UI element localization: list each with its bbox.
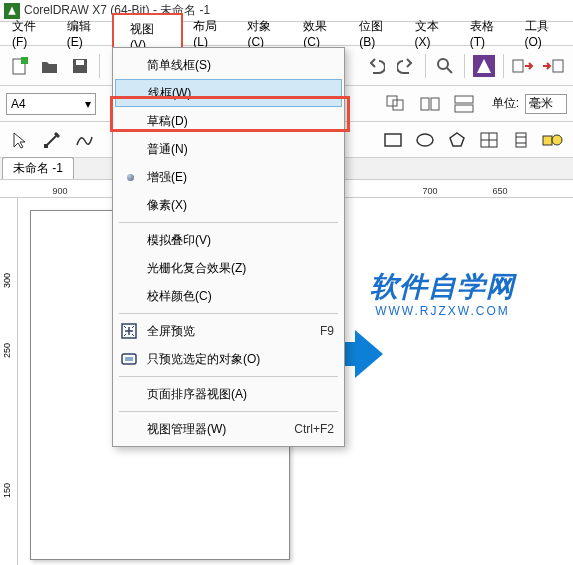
watermark-cn: 软件自学网 <box>370 268 515 306</box>
view-menu-dropdown: 简单线框(S) 线框(W) 草稿(D) 普通(N) 增强(E) 像素(X) 模拟… <box>112 47 345 447</box>
save-button[interactable] <box>66 52 94 80</box>
watermark: 软件自学网 WWW.RJZXW.COM <box>370 268 515 318</box>
menu-file[interactable]: 文件(F) <box>2 15 57 52</box>
svg-rect-9 <box>387 96 397 106</box>
freehand-tool[interactable] <box>70 127 98 153</box>
document-tab[interactable]: 未命名 -1 <box>2 157 74 179</box>
search-button[interactable] <box>431 52 459 80</box>
shortcut-label: F9 <box>320 324 334 338</box>
menu-text[interactable]: 文本(X) <box>405 15 460 52</box>
layout-btn-3[interactable] <box>450 91 478 117</box>
svg-rect-1 <box>21 57 28 64</box>
menu-preview-selected[interactable]: 只预览选定的对象(O) <box>113 345 344 373</box>
svg-rect-12 <box>431 98 439 110</box>
new-button[interactable] <box>6 52 34 80</box>
menu-tools[interactable]: 工具(O) <box>515 15 571 52</box>
dropdown-icon: ▾ <box>85 97 91 111</box>
vertical-ruler: 300 250 150 <box>0 198 18 565</box>
menu-simulate-overprint[interactable]: 模拟叠印(V) <box>113 226 344 254</box>
svg-point-25 <box>552 135 562 145</box>
rectangle-tool[interactable] <box>379 127 407 153</box>
menu-proof-colors[interactable]: 校样颜色(C) <box>113 282 344 310</box>
snap-button-1[interactable] <box>509 52 537 80</box>
svg-point-17 <box>417 134 433 146</box>
svg-rect-21 <box>516 133 526 147</box>
blue-arrow-shape <box>355 330 383 378</box>
menu-edit[interactable]: 编辑(E) <box>57 15 112 52</box>
layout-btn-1[interactable] <box>382 91 410 117</box>
menu-normal[interactable]: 普通(N) <box>113 135 344 163</box>
pick-tool[interactable] <box>6 127 34 153</box>
paper-size-value: A4 <box>11 97 26 111</box>
fullscreen-icon <box>119 321 139 341</box>
menu-page-sorter[interactable]: 页面排序器视图(A) <box>113 380 344 408</box>
svg-rect-3 <box>76 60 84 65</box>
polygon-tool[interactable] <box>443 127 471 153</box>
menu-enhanced[interactable]: 增强(E) <box>113 163 344 191</box>
svg-rect-15 <box>44 144 48 148</box>
menu-table[interactable]: 表格(T) <box>460 15 515 52</box>
menu-draft[interactable]: 草稿(D) <box>113 107 344 135</box>
layout-btn-2[interactable] <box>416 91 444 117</box>
graph-paper-tool[interactable] <box>475 127 503 153</box>
ellipse-tool[interactable] <box>411 127 439 153</box>
redo-button[interactable] <box>392 52 420 80</box>
snap-button-2[interactable] <box>539 52 567 80</box>
svg-rect-13 <box>455 96 473 103</box>
shortcut-label: Ctrl+F2 <box>294 422 334 436</box>
svg-rect-14 <box>455 105 473 112</box>
svg-rect-24 <box>543 136 552 145</box>
svg-rect-10 <box>393 100 403 110</box>
shape-tool[interactable] <box>38 127 66 153</box>
menu-separator <box>119 411 338 412</box>
svg-rect-8 <box>553 60 563 72</box>
svg-line-5 <box>447 68 452 73</box>
menu-separator <box>119 376 338 377</box>
menu-rasterize-effects[interactable]: 光栅化复合效果(Z) <box>113 254 344 282</box>
svg-rect-28 <box>125 357 133 361</box>
undo-button[interactable] <box>362 52 390 80</box>
menu-wireframe[interactable]: 线框(W) <box>115 79 342 107</box>
menu-pixels[interactable]: 像素(X) <box>113 191 344 219</box>
svg-rect-16 <box>385 134 401 146</box>
basic-shapes-tool[interactable] <box>539 127 567 153</box>
menu-bar: 文件(F) 编辑(E) 视图(V) 布局(L) 对象(C) 效果(C) 位图(B… <box>0 22 573 46</box>
svg-rect-7 <box>513 60 523 72</box>
unit-label: 单位: <box>492 95 519 112</box>
watermark-en: WWW.RJZXW.COM <box>370 304 515 318</box>
menu-separator <box>119 313 338 314</box>
paper-size-select[interactable]: A4 ▾ <box>6 93 96 115</box>
open-button[interactable] <box>36 52 64 80</box>
menu-fullscreen-preview[interactable]: 全屏预览 F9 <box>113 317 344 345</box>
menu-separator <box>119 222 338 223</box>
menu-bitmap[interactable]: 位图(B) <box>349 15 404 52</box>
radio-selected-icon <box>127 174 134 181</box>
preview-selected-icon <box>119 349 139 369</box>
unit-value: 毫米 <box>529 95 553 112</box>
menu-view-manager[interactable]: 视图管理器(W) Ctrl+F2 <box>113 415 344 443</box>
spiral-tool[interactable] <box>507 127 535 153</box>
menu-simple-wireframe[interactable]: 简单线框(S) <box>113 51 344 79</box>
launch-button[interactable] <box>470 52 498 80</box>
svg-point-4 <box>438 59 448 69</box>
unit-select[interactable]: 毫米 <box>525 94 567 114</box>
svg-rect-11 <box>421 98 429 110</box>
